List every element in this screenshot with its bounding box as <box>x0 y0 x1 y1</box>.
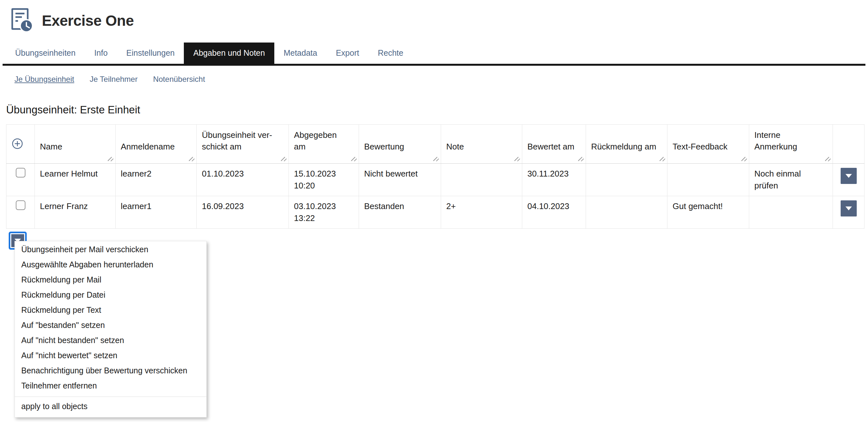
row-actions-dropdown-button[interactable] <box>841 200 857 216</box>
cell-internal-note: Noch einmal prüfen <box>749 164 833 196</box>
table-row: Learner Helmut learner2 01.10.2023 15.10… <box>6 164 864 196</box>
cell-graded-at: 30.11.2023 <box>522 164 586 196</box>
column-header-actions <box>833 125 864 164</box>
menu-item-apply-to-all-objects[interactable]: apply to all objects <box>15 397 206 417</box>
menu-item-set-not-graded[interactable]: Auf "nicht bewertet" setzen <box>15 348 206 363</box>
column-header-status: Bewertung <box>359 125 441 164</box>
header-select-column <box>6 125 35 164</box>
subtab-je-teilnehmer[interactable]: Je Teilnehmer <box>90 75 137 84</box>
section-heading: Übungseinheit: Erste Einheit <box>6 104 868 116</box>
column-resize-handle-icon[interactable] <box>578 156 584 162</box>
menu-item-set-passed[interactable]: Auf "bestanden" setzen <box>15 318 206 333</box>
row-actions-dropdown-button[interactable] <box>841 168 857 184</box>
exercise-document-clock-icon <box>10 7 33 34</box>
column-header-feedback-at: Rückmeldung am <box>586 125 668 164</box>
row-select-cell <box>6 164 35 196</box>
cell-feedback-at <box>586 164 668 196</box>
cell-login: learner1 <box>116 196 197 229</box>
cell-sent-at: 01.10.2023 <box>197 164 289 196</box>
cell-name: Learner Helmut <box>35 164 116 196</box>
tab-metadata[interactable]: Metadata <box>274 42 327 64</box>
column-resize-handle-icon[interactable] <box>107 156 113 162</box>
tab-bar: Übungseinheiten Info Einstellungen Abgab… <box>3 42 865 66</box>
page-title: Exercise One <box>42 12 134 29</box>
column-resize-handle-icon[interactable] <box>351 156 357 162</box>
cell-sent-at: 16.09.2023 <box>197 196 289 229</box>
column-resize-handle-icon[interactable] <box>741 156 747 162</box>
cell-text-feedback <box>668 164 749 196</box>
table-row: Lerner Franz learner1 16.09.2023 03.10.2… <box>6 196 864 229</box>
column-resize-handle-icon[interactable] <box>514 156 520 162</box>
subtab-bar: Je Übungseinheit Je Teilnehmer Notenüber… <box>0 66 868 84</box>
cell-status: Bestanden <box>359 196 441 229</box>
column-resize-handle-icon[interactable] <box>659 156 665 162</box>
tab-rechte[interactable]: Rechte <box>368 42 412 64</box>
tab-export[interactable]: Export <box>327 42 368 64</box>
column-resize-handle-icon[interactable] <box>281 156 286 162</box>
subtab-je-uebungseinheit[interactable]: Je Übungseinheit <box>14 75 74 84</box>
table-header-row: Name Anmeldename Übungseinheit ver-schic… <box>6 125 864 164</box>
menu-item-send-grading-notification[interactable]: Benachrichtigung über Bewertung verschic… <box>15 363 206 378</box>
chevron-down-icon <box>845 174 852 178</box>
cell-submitted-at: 15.10.2023 10:20 <box>289 164 359 196</box>
subtab-notenuebersicht[interactable]: Notenübersicht <box>153 75 205 84</box>
tab-einstellungen[interactable]: Einstellungen <box>117 42 184 64</box>
cell-status: Nicht bewertet <box>359 164 441 196</box>
column-header-submitted-at: Abgegeben am <box>289 125 359 164</box>
column-header-name: Name <box>35 125 116 164</box>
menu-item-feedback-by-mail[interactable]: Rückmeldung per Mail <box>15 272 206 288</box>
menu-item-download-selected-submissions[interactable]: Ausgewählte Abgaben herunterladen <box>15 257 206 272</box>
cell-submitted-at: 03.10.2023 13:22 <box>289 196 359 229</box>
menu-item-set-not-passed[interactable]: Auf "nicht bestanden" setzen <box>15 333 206 348</box>
cell-actions <box>833 196 864 229</box>
row-checkbox[interactable] <box>16 200 25 210</box>
cell-actions <box>833 164 864 196</box>
chevron-down-icon <box>845 207 852 210</box>
circle-plus-icon[interactable] <box>11 138 23 149</box>
menu-item-feedback-by-file[interactable]: Rückmeldung per Datei <box>15 288 206 302</box>
page-header: Exercise One <box>0 0 868 34</box>
cell-login: learner2 <box>116 164 197 196</box>
tab-abgaben-und-noten[interactable]: Abgaben und Noten <box>184 42 274 64</box>
row-select-cell <box>6 196 35 229</box>
cell-internal-note <box>749 196 833 229</box>
row-checkbox[interactable] <box>16 168 25 178</box>
column-header-graded-at: Bewertet am <box>522 125 586 164</box>
column-header-grade: Note <box>441 125 522 164</box>
column-resize-handle-icon[interactable] <box>825 156 831 162</box>
column-header-login: Anmeldename <box>116 125 197 164</box>
column-resize-handle-icon[interactable] <box>189 156 194 162</box>
bulk-actions-menu: Übungseinheit per Mail verschicken Ausge… <box>14 241 207 418</box>
cell-text-feedback: Gut gemacht! <box>668 196 749 229</box>
menu-item-send-unit-by-mail[interactable]: Übungseinheit per Mail verschicken <box>15 242 206 257</box>
column-resize-handle-icon[interactable] <box>433 156 439 162</box>
cell-grade: 2+ <box>441 196 522 229</box>
cell-graded-at: 04.10.2023 <box>522 196 586 229</box>
column-header-sent-at: Übungseinheit ver-schickt am <box>197 125 289 164</box>
tab-uebungseinheiten[interactable]: Übungseinheiten <box>6 42 85 64</box>
menu-item-remove-participant[interactable]: Teilnehmer entfernen <box>15 378 206 393</box>
column-header-internal-note: Interne Anmerkung <box>749 125 833 164</box>
cell-name: Lerner Franz <box>35 196 116 229</box>
tab-info[interactable]: Info <box>85 42 117 64</box>
cell-feedback-at <box>586 196 668 229</box>
grades-table: Name Anmeldename Übungseinheit ver-schic… <box>6 124 864 229</box>
column-header-text-feedback: Text-Feedback <box>668 125 749 164</box>
menu-item-feedback-by-text[interactable]: Rückmeldung per Text <box>15 302 206 318</box>
cell-grade <box>441 164 522 196</box>
